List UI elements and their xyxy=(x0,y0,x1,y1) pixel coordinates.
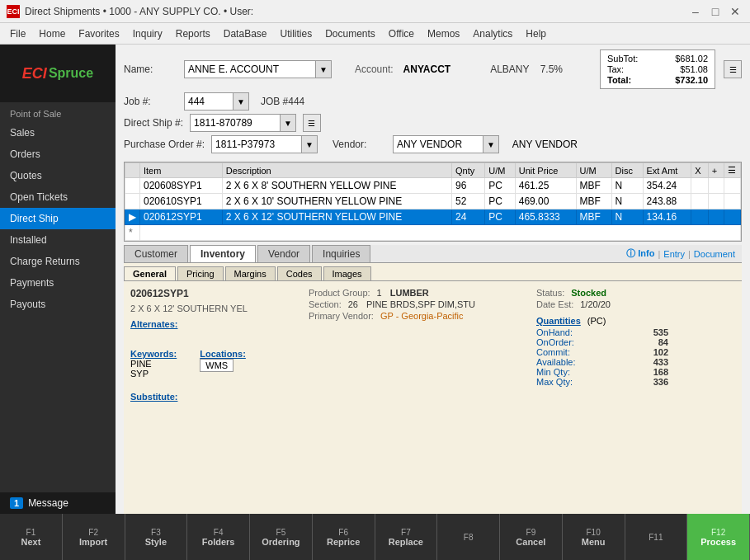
fkey-f3[interactable]: F3 Style xyxy=(125,514,188,560)
sidebar-item-charge-returns[interactable]: Charge Returns xyxy=(0,251,116,272)
form-header: Name: ANNE E. ACCOUNT ▼ Account: ANYACCT… xyxy=(116,45,750,162)
fkey-f4[interactable]: F4 Folders xyxy=(187,514,250,560)
min-qty-label: Min Qty: xyxy=(536,367,570,377)
fkey-f2-num: F2 xyxy=(88,528,98,537)
sub-tab-codes[interactable]: Codes xyxy=(277,266,322,280)
maximize-button[interactable]: □ xyxy=(707,3,724,20)
sidebar-item-payments[interactable]: Payments xyxy=(0,272,116,294)
primary-vendor-label: Primary Vendor: xyxy=(309,311,374,321)
menu-utilities[interactable]: Utilities xyxy=(273,26,318,41)
sidebar-message[interactable]: 1 Message xyxy=(0,492,116,514)
sub-tab-margins[interactable]: Margins xyxy=(225,266,276,280)
minimize-button[interactable]: – xyxy=(687,3,704,20)
menu-file[interactable]: File xyxy=(3,26,32,41)
row-um: PC xyxy=(485,178,515,194)
direct-ship-dropdown-btn[interactable]: ▼ xyxy=(281,114,296,132)
fkey-f7[interactable]: F7 Replace xyxy=(375,514,438,560)
fkey-f5-num: F5 xyxy=(276,528,286,537)
vendor-label: Vendor: xyxy=(333,139,386,150)
wms-button[interactable]: WMS xyxy=(200,359,233,372)
fkey-f8[interactable]: F8 xyxy=(437,514,500,560)
fkey-f1-label: Next xyxy=(21,537,40,547)
row-add xyxy=(708,178,724,194)
fkey-f5[interactable]: F5 Ordering xyxy=(250,514,313,560)
fkey-f11[interactable]: F11 xyxy=(625,514,688,560)
menu-office[interactable]: Office xyxy=(382,26,421,41)
menu-favorites[interactable]: Favorites xyxy=(72,26,125,41)
tab-customer[interactable]: Customer xyxy=(124,245,188,262)
fkey-f6[interactable]: F6 Reprice xyxy=(313,514,375,560)
row-menu xyxy=(724,194,741,209)
fkey-f12[interactable]: F12 Process xyxy=(687,514,750,560)
sidebar-item-installed[interactable]: Installed xyxy=(0,229,116,251)
sub-tab-pricing[interactable]: Pricing xyxy=(177,266,224,280)
sidebar-item-payouts[interactable]: Payouts xyxy=(0,294,116,315)
table-row[interactable]: 020610SYP1 2 X 6 X 10' SOUTHERN YELLOW P… xyxy=(125,194,741,209)
direct-ship-menu-btn[interactable]: ☰ xyxy=(303,114,321,132)
fkeys-bar: F1 Next F2 Import F3 Style F4 Folders F5… xyxy=(0,514,750,560)
vendor-dropdown-btn[interactable]: ▼ xyxy=(483,135,499,153)
entry-btn[interactable]: Entry xyxy=(663,249,685,259)
sidebar-item-quotes[interactable]: Quotes xyxy=(0,165,116,186)
close-button[interactable]: ✕ xyxy=(727,3,743,20)
asterisk: * xyxy=(125,225,140,241)
sidebar-item-open-tickets[interactable]: Open Tickets xyxy=(0,186,116,208)
name-input[interactable]: ANNE E. ACCOUNT xyxy=(184,60,316,78)
menu-database[interactable]: DataBase xyxy=(217,26,274,41)
direct-ship-input[interactable]: 1811-870789 xyxy=(190,114,281,132)
fkey-f1[interactable]: F1 Next xyxy=(0,514,63,560)
row-menu xyxy=(724,209,741,225)
document-btn[interactable]: Document xyxy=(694,249,735,259)
job-dropdown-btn[interactable]: ▼ xyxy=(233,92,249,111)
vendor-input[interactable]: ANY VENDOR xyxy=(393,135,483,153)
table-row-selected[interactable]: ▶ 020612SYP1 2 X 6 X 12' SOUTHERN YELLOW… xyxy=(125,209,741,225)
menu-memos[interactable]: Memos xyxy=(421,26,466,41)
menu-documents[interactable]: Documents xyxy=(318,26,382,41)
date-est-value: 1/20/20 xyxy=(580,299,611,309)
total-row: Total: $732.10 xyxy=(607,75,708,85)
tax-menu-btn[interactable]: ☰ xyxy=(724,60,742,78)
col-um: U/M xyxy=(485,163,515,178)
row-item: 020612SYP1 xyxy=(140,209,223,225)
menu-inquiry[interactable]: Inquiry xyxy=(126,26,169,41)
status-label: Status: xyxy=(536,288,564,298)
row-unit-price: 469.00 xyxy=(515,194,576,209)
fkey-f2[interactable]: F2 Import xyxy=(63,514,125,560)
sidebar: ECI Spruce Point of Sale Sales Orders Qu… xyxy=(0,45,116,514)
alternates-label: Alternates: xyxy=(130,319,295,329)
sub-tab-general[interactable]: General xyxy=(124,266,176,280)
table-new-row[interactable]: * xyxy=(125,225,741,241)
row-arrow xyxy=(125,178,140,194)
po-dropdown-btn[interactable]: ▼ xyxy=(302,135,318,153)
row-qnty: 24 xyxy=(451,209,484,225)
po-input[interactable]: 1811-P37973 xyxy=(211,135,302,153)
sub-tab-images[interactable]: Images xyxy=(323,266,371,280)
tab-inventory[interactable]: Inventory xyxy=(190,245,256,262)
row-unit-price: 461.25 xyxy=(515,178,576,194)
tab-vendor[interactable]: Vendor xyxy=(257,245,310,262)
on-order-value: 84 xyxy=(658,337,668,347)
sidebar-item-sales[interactable]: Sales xyxy=(0,122,116,144)
job-input[interactable]: 444 xyxy=(184,92,233,111)
tax-row: Tax: $51.08 xyxy=(607,64,708,74)
tab-inquiries[interactable]: Inquiries xyxy=(312,245,370,262)
info-icon[interactable]: ⓘ Info xyxy=(626,247,654,260)
location-info: ALBANY 7.5% xyxy=(490,64,563,75)
menu-help[interactable]: Help xyxy=(519,26,553,41)
fkey-f10[interactable]: F10 Menu xyxy=(563,514,625,560)
commit-label: Commit: xyxy=(536,347,570,357)
menu-reports[interactable]: Reports xyxy=(169,26,217,41)
fkey-f9-label: Cancel xyxy=(516,537,545,547)
sidebar-item-orders[interactable]: Orders xyxy=(0,144,116,165)
sidebar-section-title: Point of Sale xyxy=(0,102,116,122)
table-row[interactable]: 020608SYP1 2 X 6 X 8' SOUTHERN YELLOW PI… xyxy=(125,178,741,194)
row-ext-amt: 134.16 xyxy=(643,209,691,225)
row-um2: MBF xyxy=(576,209,611,225)
menu-analytics[interactable]: Analytics xyxy=(466,26,519,41)
fkey-f9[interactable]: F9 Cancel xyxy=(500,514,563,560)
menu-home[interactable]: Home xyxy=(32,26,72,41)
sidebar-item-direct-ship[interactable]: Direct Ship xyxy=(0,208,116,229)
name-dropdown-btn[interactable]: ▼ xyxy=(316,60,332,78)
detail-item-desc: 2 X 6 X 12' SOUTHERN YEL xyxy=(130,304,248,313)
tax-rate-value: 7.5% xyxy=(540,64,563,75)
